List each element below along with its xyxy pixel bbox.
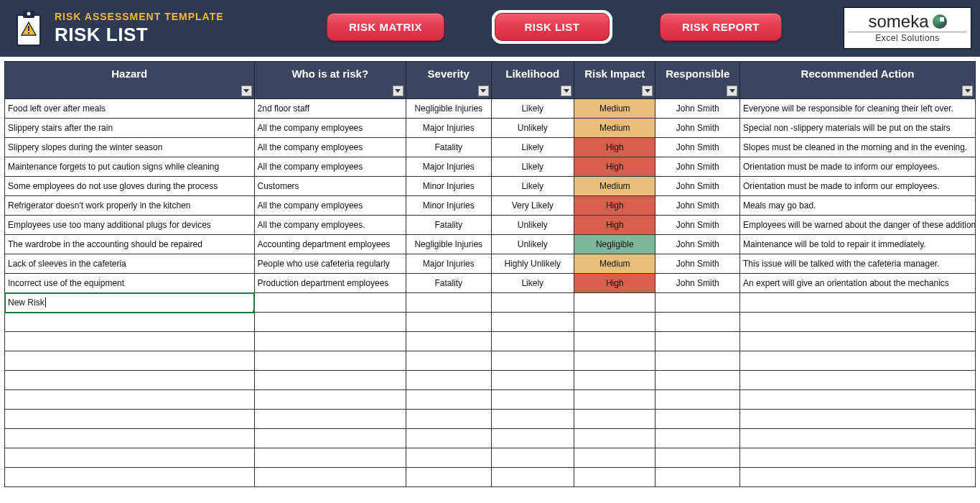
- cell-empty[interactable]: [655, 332, 740, 351]
- cell-empty[interactable]: [5, 429, 255, 448]
- cell-responsible[interactable]: John Smith: [655, 274, 740, 293]
- cell-empty[interactable]: [574, 313, 655, 332]
- cell-likelihood[interactable]: Unlikely: [491, 235, 574, 254]
- cell-empty[interactable]: [406, 390, 491, 410]
- cell-who[interactable]: People who use cafeteria regularly: [254, 254, 406, 274]
- cell-empty[interactable]: [491, 313, 574, 332]
- cell-responsible[interactable]: John Smith: [655, 119, 740, 138]
- cell-hazard[interactable]: Slippery slopes during the winter season: [5, 138, 255, 157]
- cell-empty[interactable]: [5, 410, 255, 429]
- cell-empty[interactable]: [740, 332, 976, 351]
- cell-action[interactable]: Meals may go bad.: [740, 196, 976, 216]
- cell-empty[interactable]: [254, 429, 406, 448]
- cell-hazard[interactable]: Lack of sleeves in the cafeteria: [5, 254, 255, 274]
- cell-empty[interactable]: [740, 468, 976, 487]
- cell-severity[interactable]: Major Injuries: [406, 119, 491, 138]
- cell-severity[interactable]: Fatality: [406, 138, 491, 157]
- cell-hazard[interactable]: The wardrobe in the accounting should be…: [5, 235, 255, 254]
- cell-likelihood[interactable]: Unlikely: [491, 119, 574, 138]
- cell-impact[interactable]: High: [574, 138, 655, 157]
- cell-empty[interactable]: [406, 448, 491, 468]
- cell-action[interactable]: This issue will be talked with the cafet…: [740, 254, 976, 274]
- nav-risk-matrix[interactable]: RISK MATRIX: [327, 13, 444, 41]
- nav-risk-report[interactable]: RISK REPORT: [660, 13, 782, 41]
- cell-likelihood[interactable]: Likely: [491, 177, 574, 196]
- cell-empty[interactable]: [655, 448, 740, 468]
- cell-empty[interactable]: [740, 351, 976, 371]
- cell-hazard[interactable]: Food left over after meals: [5, 99, 255, 119]
- cell-severity[interactable]: Minor Injuries: [406, 196, 491, 216]
- cell-hazard[interactable]: Incorrect use of the equipment: [5, 274, 255, 293]
- cell-responsible[interactable]: John Smith: [655, 235, 740, 254]
- cell-impact[interactable]: Medium: [574, 119, 655, 138]
- cell-empty[interactable]: [406, 429, 491, 448]
- cell-hazard[interactable]: New Risk: [5, 293, 255, 313]
- cell-empty[interactable]: [491, 429, 574, 448]
- cell-likelihood[interactable]: Likely: [491, 157, 574, 177]
- cell-responsible[interactable]: John Smith: [655, 254, 740, 274]
- cell-empty[interactable]: [406, 313, 491, 332]
- cell-empty[interactable]: [491, 448, 574, 468]
- cell-empty[interactable]: [406, 351, 491, 371]
- cell-empty[interactable]: [5, 371, 255, 390]
- cell-empty[interactable]: [406, 332, 491, 351]
- filter-dropdown-icon[interactable]: [561, 86, 571, 96]
- cell-empty[interactable]: [574, 351, 655, 371]
- cell-likelihood[interactable]: Unlikely: [491, 216, 574, 235]
- filter-dropdown-icon[interactable]: [727, 86, 737, 96]
- cell-action[interactable]: Employees will be warned about the dange…: [740, 216, 976, 235]
- cell-action[interactable]: Orientation must be made to inform our e…: [740, 157, 976, 177]
- cell-empty[interactable]: [5, 332, 255, 351]
- cell-action[interactable]: Orientation must be made to inform our e…: [740, 177, 976, 196]
- cell-empty[interactable]: [740, 448, 976, 468]
- cell-action[interactable]: Maintenance will be told to repair it im…: [740, 235, 976, 254]
- cell-severity[interactable]: Minor Injuries: [406, 177, 491, 196]
- cell-severity[interactable]: Fatality: [406, 274, 491, 293]
- cell-hazard[interactable]: Maintenance forgets to put caution signs…: [5, 157, 255, 177]
- cell-empty[interactable]: [254, 313, 406, 332]
- cell-impact[interactable]: Medium: [574, 177, 655, 196]
- cell-who[interactable]: [254, 293, 406, 313]
- cell-empty[interactable]: [740, 410, 976, 429]
- cell-impact[interactable]: High: [574, 274, 655, 293]
- cell-empty[interactable]: [574, 390, 655, 410]
- cell-empty[interactable]: [574, 410, 655, 429]
- cell-empty[interactable]: [740, 429, 976, 448]
- cell-who[interactable]: Production department employees: [254, 274, 406, 293]
- cell-empty[interactable]: [5, 390, 255, 410]
- cell-responsible[interactable]: John Smith: [655, 216, 740, 235]
- cell-who[interactable]: All the company employees.: [254, 216, 406, 235]
- cell-empty[interactable]: [491, 410, 574, 429]
- cell-empty[interactable]: [655, 429, 740, 448]
- cell-likelihood[interactable]: Likely: [491, 138, 574, 157]
- cell-empty[interactable]: [5, 468, 255, 487]
- cell-action[interactable]: Slopes must be cleaned in the morning an…: [740, 138, 976, 157]
- cell-empty[interactable]: [740, 371, 976, 390]
- filter-dropdown-icon[interactable]: [241, 86, 252, 96]
- cell-action[interactable]: Everyone will be responsible for cleanin…: [740, 99, 976, 119]
- cell-likelihood[interactable]: Likely: [491, 274, 574, 293]
- cell-empty[interactable]: [574, 448, 655, 468]
- cell-empty[interactable]: [740, 390, 976, 410]
- filter-dropdown-icon[interactable]: [962, 86, 973, 96]
- cell-likelihood[interactable]: Very Likely: [491, 196, 574, 216]
- cell-empty[interactable]: [5, 351, 255, 371]
- cell-responsible[interactable]: [655, 293, 740, 313]
- filter-dropdown-icon[interactable]: [478, 86, 489, 96]
- cell-who[interactable]: 2nd floor staff: [254, 99, 406, 119]
- cell-who[interactable]: Accounting department employees: [254, 235, 406, 254]
- filter-dropdown-icon[interactable]: [642, 86, 653, 96]
- cell-severity[interactable]: Fatality: [406, 216, 491, 235]
- cell-empty[interactable]: [655, 351, 740, 371]
- cell-empty[interactable]: [574, 429, 655, 448]
- cell-empty[interactable]: [655, 371, 740, 390]
- cell-likelihood[interactable]: Likely: [491, 99, 574, 119]
- cell-severity[interactable]: Negligible Injuries: [406, 99, 491, 119]
- cell-action[interactable]: Special non -slippery materials will be …: [740, 119, 976, 138]
- cell-empty[interactable]: [406, 468, 491, 487]
- cell-empty[interactable]: [406, 371, 491, 390]
- cell-responsible[interactable]: John Smith: [655, 157, 740, 177]
- cell-impact[interactable]: High: [574, 196, 655, 216]
- cell-empty[interactable]: [254, 468, 406, 487]
- cell-impact[interactable]: High: [574, 157, 655, 177]
